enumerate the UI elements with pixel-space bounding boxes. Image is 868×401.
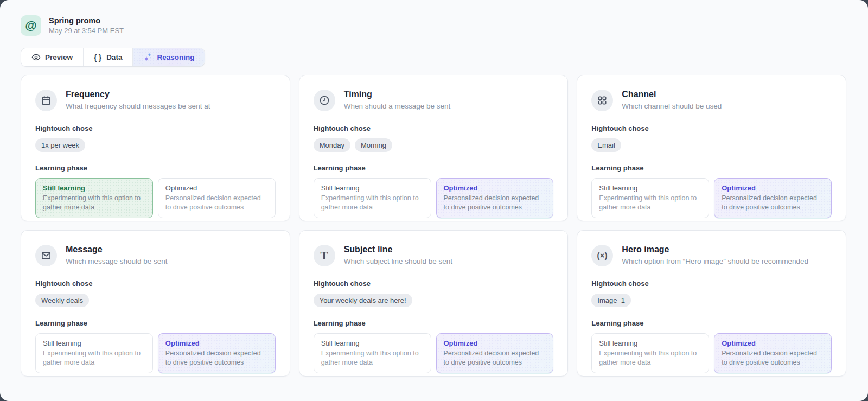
at-sign-icon: @ xyxy=(21,15,41,36)
view-tabs: Preview { } Data Reasoning xyxy=(21,48,205,67)
phase-option-title: Optimized xyxy=(165,339,268,347)
chose-label: Hightouch chose xyxy=(314,279,554,288)
choice-chip: 1x per week xyxy=(35,138,85,152)
text-icon: T xyxy=(314,245,335,266)
choice-chip: Morning xyxy=(355,138,392,152)
phase-option-title: Still learning xyxy=(599,184,701,192)
choice-chip: Your weekly deals are here! xyxy=(314,294,412,307)
phase-option-title: Still learning xyxy=(43,339,145,347)
card-timing: Timing When should a message be sent Hig… xyxy=(299,75,569,221)
phase-option-title: Still learning xyxy=(43,184,145,192)
phase-option-title: Optimized xyxy=(444,184,546,192)
phase-option-title: Still learning xyxy=(321,184,424,192)
phase-option-still-learning: Still learning Experimenting with this o… xyxy=(591,178,709,218)
card-description: Which option from “Hero image” should be… xyxy=(622,257,808,265)
chose-label: Hightouch chose xyxy=(314,124,554,132)
phase-option-description: Personalized decision expected to drive … xyxy=(444,194,546,212)
choice-chip: Image_1 xyxy=(591,294,631,307)
learning-phase-label: Learning phase xyxy=(35,319,276,327)
phase-option-still-learning: Still learning Experimenting with this o… xyxy=(591,333,709,373)
phase-option-still-learning: Still learning Experimenting with this o… xyxy=(35,333,153,373)
learning-phase-label: Learning phase xyxy=(314,164,554,172)
choice-chip: Weekly deals xyxy=(35,294,89,307)
card-frequency: Frequency What frequency should messages… xyxy=(21,75,290,221)
calendar-icon xyxy=(35,90,57,111)
tab-reasoning-label: Reasoning xyxy=(157,53,194,61)
phase-option-optimized: Optimized Personalized decision expected… xyxy=(714,178,832,218)
decision-card-grid: Frequency What frequency should messages… xyxy=(21,75,846,377)
phase-option-description: Experimenting with this option to gather… xyxy=(43,349,145,367)
phase-option-optimized: Optimized Personalized decision expected… xyxy=(436,178,554,218)
card-description: Which channel should be used xyxy=(622,102,722,110)
phase-option-still-learning: Still learning Experimenting with this o… xyxy=(314,178,431,218)
clock-icon xyxy=(314,90,335,111)
eye-icon xyxy=(31,53,41,62)
page-header: @ Spring promo May 29 at 3:54 PM EST xyxy=(21,15,846,36)
phase-option-optimized: Optimized Personalized decision expected… xyxy=(158,178,276,218)
card-title: Subject line xyxy=(344,245,452,254)
page-title: Spring promo xyxy=(49,16,124,25)
phase-option-optimized: Optimized Personalized decision expected… xyxy=(436,333,554,373)
tab-reasoning[interactable]: Reasoning xyxy=(132,48,205,66)
learning-phase-label: Learning phase xyxy=(35,164,276,172)
choice-chip: Monday xyxy=(314,138,350,152)
phase-option-description: Personalized decision expected to drive … xyxy=(722,349,824,367)
phase-option-optimized: Optimized Personalized decision expected… xyxy=(158,333,276,373)
tab-data-label: Data xyxy=(106,53,122,61)
phase-option-description: Experimenting with this option to gather… xyxy=(321,194,424,212)
card-hero-image: (×) Hero image Which option from “Hero i… xyxy=(577,230,846,377)
tab-data[interactable]: { } Data xyxy=(83,48,132,66)
card-description: Which subject line should be sent xyxy=(344,257,452,265)
variable-icon: (×) xyxy=(591,245,613,266)
choice-chip: Email xyxy=(591,138,621,152)
tab-preview-label: Preview xyxy=(45,53,73,61)
phase-option-title: Still learning xyxy=(321,339,424,347)
card-subject-line: T Subject line Which subject line should… xyxy=(299,230,569,377)
learning-phase-label: Learning phase xyxy=(591,319,832,327)
grid-icon xyxy=(591,90,613,111)
learning-phase-label: Learning phase xyxy=(314,319,554,327)
card-title: Message xyxy=(66,245,168,254)
phase-option-still-learning: Still learning Experimenting with this o… xyxy=(314,333,431,373)
phase-option-title: Optimized xyxy=(444,339,546,347)
phase-option-description: Personalized decision expected to drive … xyxy=(165,194,268,212)
card-description: Which message should be sent xyxy=(66,257,168,265)
phase-option-still-learning: Still learning Experimenting with this o… xyxy=(35,178,153,218)
reasoning-page: @ Spring promo May 29 at 3:54 PM EST Pre… xyxy=(0,0,868,401)
phase-option-description: Personalized decision expected to drive … xyxy=(722,194,824,212)
envelope-icon xyxy=(35,245,57,266)
card-description: When should a message be sent xyxy=(344,102,451,110)
page-timestamp: May 29 at 3:54 PM EST xyxy=(49,27,124,35)
phase-option-title: Still learning xyxy=(599,339,701,347)
chose-label: Hightouch chose xyxy=(591,124,832,132)
card-message: Message Which message should be sent Hig… xyxy=(21,230,290,377)
chose-label: Hightouch chose xyxy=(35,124,276,132)
chose-label: Hightouch chose xyxy=(35,279,276,288)
card-title: Frequency xyxy=(66,90,210,99)
tab-preview[interactable]: Preview xyxy=(21,48,83,66)
phase-option-description: Personalized decision expected to drive … xyxy=(165,349,268,367)
phase-option-title: Optimized xyxy=(165,184,268,192)
card-channel: Channel Which channel should be used Hig… xyxy=(577,75,846,221)
phase-option-title: Optimized xyxy=(722,184,824,192)
braces-icon: { } xyxy=(94,53,102,62)
phase-option-description: Experimenting with this option to gather… xyxy=(321,349,424,367)
card-title: Channel xyxy=(622,90,722,99)
phase-option-description: Personalized decision expected to drive … xyxy=(444,349,546,367)
phase-option-description: Experimenting with this option to gather… xyxy=(599,349,701,367)
phase-option-description: Experimenting with this option to gather… xyxy=(43,194,145,212)
phase-option-description: Experimenting with this option to gather… xyxy=(599,194,701,212)
sparkles-icon xyxy=(143,53,152,62)
card-description: What frequency should messages be sent a… xyxy=(66,102,210,110)
card-title: Hero image xyxy=(622,245,808,254)
learning-phase-label: Learning phase xyxy=(591,164,832,172)
card-title: Timing xyxy=(344,90,451,99)
phase-option-optimized: Optimized Personalized decision expected… xyxy=(714,333,832,373)
phase-option-title: Optimized xyxy=(722,339,824,347)
chose-label: Hightouch chose xyxy=(591,279,832,288)
